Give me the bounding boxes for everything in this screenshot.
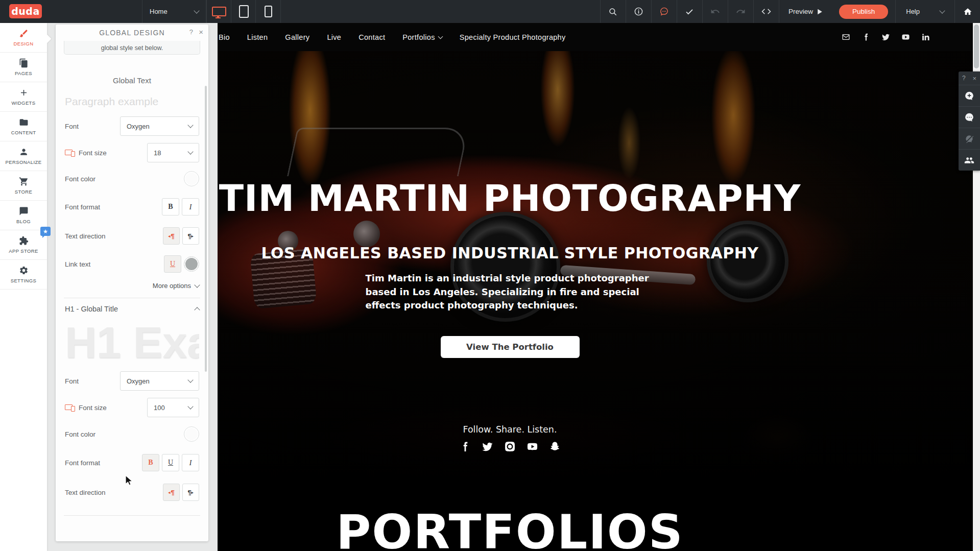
- nav-item-contact[interactable]: Contact: [358, 33, 385, 41]
- facebook-icon[interactable]: [459, 441, 471, 452]
- font-select[interactable]: Oxygen: [120, 116, 199, 136]
- feedback-chat-icon: [659, 7, 669, 16]
- home-icon: [963, 7, 972, 16]
- save-check-button[interactable]: [677, 0, 702, 23]
- h1-global-title-section-header[interactable]: H1 - Global Title: [65, 305, 199, 313]
- page-selector-dropdown[interactable]: Home: [142, 0, 206, 23]
- float-help-button[interactable]: ?: [962, 75, 966, 82]
- sidebar-item-store[interactable]: STORE: [0, 171, 47, 201]
- youtube-icon[interactable]: [527, 441, 538, 452]
- collaborators-button[interactable]: [959, 149, 980, 171]
- font-label: Font: [65, 377, 79, 385]
- desktop-view-button[interactable]: [206, 0, 231, 23]
- instagram-icon[interactable]: [504, 441, 516, 452]
- twitter-icon[interactable]: [881, 33, 890, 41]
- text-direction-rtl-button[interactable]: ¶▸: [182, 227, 199, 245]
- h1-underline-button[interactable]: U: [162, 454, 179, 471]
- tablet-icon: [239, 5, 249, 18]
- nav-item-bio[interactable]: Bio: [219, 33, 230, 41]
- snapchat-icon[interactable]: [549, 441, 561, 452]
- dev-mode-button[interactable]: [753, 0, 779, 23]
- sidebar-item-blog[interactable]: BLOG: [0, 201, 47, 230]
- panel-help-button[interactable]: ?: [189, 28, 193, 36]
- sidebar-item-widgets[interactable]: WIDGETS: [0, 82, 47, 112]
- responsive-devices-icon: [65, 149, 75, 157]
- clipped-info-note: global style set below.: [64, 41, 200, 55]
- hide-comments-button[interactable]: [959, 128, 980, 149]
- search-button[interactable]: [600, 0, 626, 23]
- sidebar-item-personalize[interactable]: PERSONALIZE: [0, 141, 47, 171]
- view-portfolio-button[interactable]: View The Portfolio: [441, 336, 580, 358]
- nav-item-gallery[interactable]: Gallery: [285, 33, 309, 41]
- desktop-icon: [212, 7, 226, 16]
- sidebar-item-content[interactable]: CONTENT: [0, 112, 47, 141]
- linkedin-icon[interactable]: [921, 33, 930, 41]
- h1-text-direction-rtl-button[interactable]: ¶▸: [182, 484, 199, 501]
- undo-icon: [710, 7, 720, 16]
- folder-icon: [19, 117, 29, 127]
- add-comment-icon: [964, 91, 974, 101]
- puzzle-icon: [19, 236, 29, 246]
- mobile-view-button[interactable]: [255, 0, 281, 23]
- duda-logo[interactable]: duda: [9, 4, 42, 18]
- comments-hidden-icon: [964, 134, 974, 144]
- chevron-down-icon: [438, 34, 443, 39]
- more-options-link[interactable]: More options: [65, 282, 199, 290]
- twitter-icon[interactable]: [482, 441, 493, 452]
- paragraph-example-preview: Paragraph example: [65, 95, 199, 108]
- sidebar-item-settings[interactable]: SETTINGS: [0, 260, 47, 290]
- plus-icon: [19, 88, 29, 98]
- comments-button[interactable]: [959, 106, 980, 128]
- site-scrollbar-thumb[interactable]: [974, 25, 979, 68]
- float-close-button[interactable]: ×: [972, 75, 976, 82]
- link-underline-button[interactable]: U: [164, 255, 181, 273]
- font-size-label: Font size: [65, 149, 107, 157]
- link-color-swatch[interactable]: [184, 256, 199, 272]
- chevron-up-icon: [194, 307, 200, 313]
- h1-italic-button[interactable]: I: [182, 454, 199, 471]
- panel-close-button[interactable]: ×: [199, 28, 203, 36]
- chevron-down-icon: [194, 8, 199, 13]
- nav-item-live[interactable]: Live: [327, 33, 341, 41]
- h1-bold-button[interactable]: B: [142, 454, 159, 471]
- text-direction-label: Text direction: [65, 232, 106, 240]
- italic-button[interactable]: I: [182, 198, 199, 215]
- font-color-swatch[interactable]: [184, 171, 199, 186]
- global-design-panel: GLOBAL DESIGN ? × global style set below…: [56, 25, 208, 541]
- publish-button[interactable]: Publish: [839, 5, 888, 19]
- nav-item-portfolios[interactable]: Portfolios: [402, 33, 442, 41]
- tablet-view-button[interactable]: [231, 0, 256, 23]
- redo-button[interactable]: [728, 0, 753, 23]
- undo-button[interactable]: [702, 0, 728, 23]
- youtube-icon[interactable]: [901, 33, 910, 41]
- preview-button[interactable]: Preview: [779, 0, 832, 23]
- info-button[interactable]: [626, 0, 651, 23]
- person-icon: [19, 147, 29, 157]
- redo-icon: [736, 7, 746, 16]
- text-direction-ltr-button[interactable]: ◂¶: [163, 227, 180, 245]
- search-icon: [608, 7, 617, 16]
- nav-item-specialty[interactable]: Specialty Product Photography: [460, 33, 566, 41]
- bold-button[interactable]: B: [162, 198, 179, 215]
- h1-font-color-swatch[interactable]: [184, 426, 199, 442]
- sidebar-item-design[interactable]: DESIGN: [0, 23, 47, 53]
- pilcrow-icon: ¶: [187, 489, 191, 496]
- feedback-button[interactable]: [651, 0, 677, 23]
- sidebar-item-app-store[interactable]: ★ APP STORE: [0, 230, 47, 260]
- info-icon: [634, 7, 643, 16]
- chevron-down-icon: [187, 122, 193, 128]
- nav-item-listen[interactable]: Listen: [247, 33, 268, 41]
- sidebar-item-pages[interactable]: PAGES: [0, 53, 47, 82]
- h1-text-direction-ltr-button[interactable]: ◂¶: [163, 484, 180, 501]
- facebook-icon[interactable]: [862, 33, 870, 41]
- add-comment-button[interactable]: [959, 85, 980, 106]
- help-dropdown[interactable]: Help: [895, 0, 954, 23]
- dashboard-home-button[interactable]: [954, 0, 980, 23]
- email-icon[interactable]: [842, 33, 850, 41]
- h1-font-size-select[interactable]: 100: [147, 398, 199, 417]
- panel-scrollbar-thumb[interactable]: [205, 86, 207, 372]
- chevron-down-icon: [187, 377, 193, 382]
- editor-topbar: duda Home Previe: [0, 0, 980, 23]
- h1-font-select[interactable]: Oxygen: [120, 371, 199, 391]
- font-size-select[interactable]: 18: [147, 143, 199, 162]
